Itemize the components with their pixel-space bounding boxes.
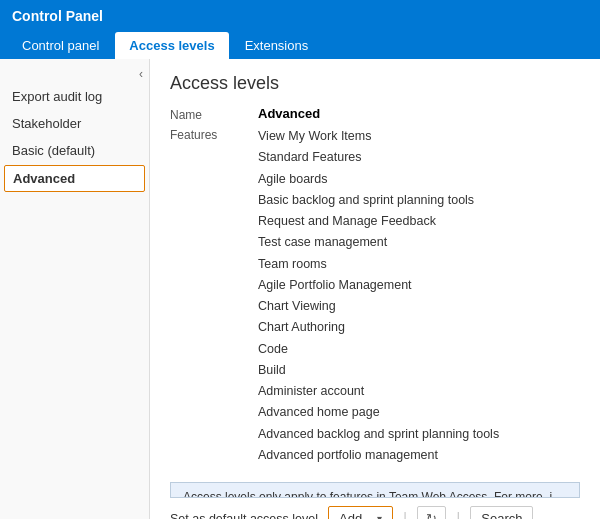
toolbar-label: Set as default access level <box>170 512 318 520</box>
search-button[interactable]: Search <box>470 506 533 519</box>
sidebar-item-stakeholder[interactable]: Stakeholder <box>0 110 149 137</box>
refresh-icon: ↻ <box>426 511 437 519</box>
feature-item: Advanced home page <box>258 402 580 423</box>
name-label: Name <box>170 106 250 122</box>
detail-grid: Name Advanced Features View My Work Item… <box>170 106 580 466</box>
sidebar-item-advanced[interactable]: Advanced <box>4 165 145 192</box>
toolbar-divider-2: | <box>456 510 460 520</box>
tab-access-levels[interactable]: Access levels <box>115 32 228 59</box>
features-list: View My Work Items Standard Features Agi… <box>258 126 580 466</box>
sidebar-collapse-button[interactable]: ‹ <box>0 65 149 83</box>
info-banner: Access levels only apply to features in … <box>170 482 580 498</box>
feature-item: Agile Portfolio Management <box>258 275 580 296</box>
feature-item: View My Work Items <box>258 126 580 147</box>
main-layout: ‹ Export audit log Stakeholder Basic (de… <box>0 59 600 519</box>
toolbar-divider: | <box>403 510 407 520</box>
feature-item: Team rooms <box>258 254 580 275</box>
features-label: Features <box>170 126 250 466</box>
sidebar-item-basic-default[interactable]: Basic (default) <box>0 137 149 164</box>
name-value: Advanced <box>258 106 580 122</box>
feature-item: Chart Authoring <box>258 317 580 338</box>
add-button-label: Add... <box>339 511 373 519</box>
feature-item: Test case management <box>258 232 580 253</box>
feature-item: Advanced backlog and sprint planning too… <box>258 424 580 445</box>
tab-control-panel[interactable]: Control panel <box>8 32 113 59</box>
feature-item: Agile boards <box>258 169 580 190</box>
toolbar-row: Set as default access level Add... ▾ | ↻… <box>170 498 580 519</box>
feature-item: Standard Features <box>258 147 580 168</box>
feature-item: Build <box>258 360 580 381</box>
sidebar: ‹ Export audit log Stakeholder Basic (de… <box>0 59 150 519</box>
dropdown-arrow-icon: ▾ <box>377 513 382 519</box>
tab-bar: Control panel Access levels Extensions <box>0 32 600 59</box>
feature-item: Code <box>258 339 580 360</box>
refresh-button[interactable]: ↻ <box>417 506 446 519</box>
feature-item: Advanced portfolio management <box>258 445 580 466</box>
tab-extensions[interactable]: Extensions <box>231 32 323 59</box>
feature-item: Basic backlog and sprint planning tools <box>258 190 580 211</box>
feature-item: Chart Viewing <box>258 296 580 317</box>
page-title: Access levels <box>170 73 580 94</box>
content-area: Access levels Name Advanced Features Vie… <box>150 59 600 519</box>
sidebar-item-export-audit-log[interactable]: Export audit log <box>0 83 149 110</box>
feature-item: Administer account <box>258 381 580 402</box>
header-title: Control Panel <box>0 0 600 32</box>
feature-item: Request and Manage Feedback <box>258 211 580 232</box>
add-button[interactable]: Add... ▾ <box>328 506 393 519</box>
